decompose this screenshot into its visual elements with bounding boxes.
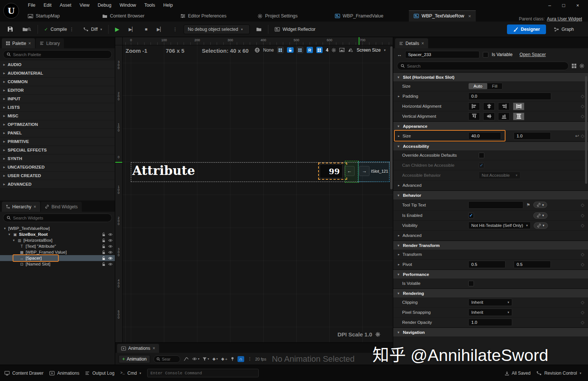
menu-tools[interactable]: Tools xyxy=(140,1,159,9)
palette-category-user-created[interactable]: ▸USER CREATED xyxy=(0,172,115,180)
palette-category-uncategorized[interactable]: ▸UNCATEGORIZED xyxy=(0,163,115,172)
tree-item-spacer[interactable]: ↔ [Spacer] xyxy=(0,255,115,261)
section-behavior[interactable]: ▾ Behavior xyxy=(393,190,588,199)
curve-editor-icon[interactable] xyxy=(184,357,189,361)
debug-browse-button[interactable] xyxy=(253,25,265,34)
lock-preview-button[interactable] xyxy=(287,47,294,53)
graph-mode-button[interactable]: Graph xyxy=(549,25,578,34)
flip-icon[interactable] xyxy=(348,48,353,52)
image-icon[interactable] xyxy=(339,48,345,52)
tree-item-wbp-framed-value[interactable]: ▩ [WBP_Framed Value] xyxy=(0,249,115,255)
tree-item-wbp-textvaluerow[interactable]: ▾ [WBP_TextValueRow] xyxy=(0,225,115,231)
expand-icon[interactable]: ▸ xyxy=(397,253,401,256)
expand-icon[interactable]: ▸ xyxy=(3,131,5,135)
reset-to-default-icon[interactable]: ◇ xyxy=(581,94,584,99)
tab-startupmap[interactable]: StartupMap xyxy=(23,10,65,22)
grid-toggle-icon[interactable] xyxy=(297,47,303,53)
render-opacity-input[interactable] xyxy=(468,319,512,326)
details-search-input[interactable] xyxy=(407,64,565,68)
canvas-scrollbar[interactable] xyxy=(390,46,392,189)
palette-category-audiomaterial[interactable]: ▸AUDIOMATERIAL xyxy=(0,69,115,78)
design-canvas[interactable]: Zoom -1 706 x 5 Selection: 40 x 60 None … xyxy=(123,45,393,342)
add-animation-button[interactable]: + Animation xyxy=(119,355,150,363)
reset-to-default-icon[interactable]: ◇ xyxy=(581,310,584,315)
console-command-field[interactable] xyxy=(147,369,259,377)
diff-button[interactable]: Diff ▾ xyxy=(80,25,105,34)
expand-icon[interactable]: ▸ xyxy=(397,263,401,266)
snap-grid-icon[interactable] xyxy=(316,47,323,53)
palette-category-editor[interactable]: ▸EDITOR xyxy=(0,86,115,95)
settings-gear-icon[interactable] xyxy=(579,64,584,68)
palette-category-synth[interactable]: ▸SYNTH xyxy=(0,154,115,163)
palette-category-common[interactable]: ▸COMMON xyxy=(0,78,115,86)
animation-search-input[interactable] xyxy=(162,357,176,361)
row-behavior-advanced[interactable]: ▸Advanced xyxy=(393,231,588,241)
size-x-input[interactable] xyxy=(468,132,501,140)
sequencer-options-icon[interactable]: ⋮ xyxy=(248,356,252,361)
preview-toggle-icon[interactable] xyxy=(277,47,284,53)
is-enabled-checkbox[interactable] xyxy=(468,213,474,218)
collapse-icon[interactable]: ▾ xyxy=(397,273,400,276)
collapse-icon[interactable]: ▾ xyxy=(397,330,400,334)
all-saved-button[interactable]: All Saved xyxy=(505,371,531,376)
halign-left-button[interactable] xyxy=(468,102,480,110)
pivot-x-input[interactable] xyxy=(468,261,505,268)
tab-palette[interactable]: Palette × xyxy=(2,38,35,48)
expand-icon[interactable]: ▸ xyxy=(3,88,5,92)
reset-to-default-icon[interactable]: ◇ xyxy=(581,252,584,257)
compile-button[interactable]: ✓ Compile ⋮ xyxy=(41,25,77,34)
parent-class-link[interactable]: Aura User Widget xyxy=(547,16,582,22)
collapse-icon[interactable]: ▾ xyxy=(397,244,400,247)
animations-close-icon[interactable]: × xyxy=(152,346,155,351)
playhead-marker[interactable] xyxy=(359,37,359,45)
spacer-selection-outline[interactable] xyxy=(345,161,359,183)
halign-fill-button[interactable] xyxy=(513,102,524,110)
tab-project-settings[interactable]: Project Settings xyxy=(253,10,303,22)
visibility-bind-button[interactable]: ▾ xyxy=(534,222,548,229)
reset-to-default-icon[interactable]: ◇ xyxy=(581,320,584,325)
expand-icon[interactable]: ▸ xyxy=(3,157,5,160)
reset-to-default-icon[interactable]: ◇ xyxy=(581,133,584,139)
section-performance[interactable]: ▾ Performance xyxy=(393,270,588,279)
valign-fill-button[interactable] xyxy=(513,113,524,120)
palette-category-primitive[interactable]: ▸PRIMITIVE xyxy=(0,137,115,146)
menu-edit[interactable]: Edit xyxy=(39,1,56,9)
expand-icon[interactable]: ▸ xyxy=(3,140,5,143)
debug-object-dropdown[interactable]: No debug object selected ▾ xyxy=(184,25,250,34)
hierarchy-close-icon[interactable]: × xyxy=(33,204,36,209)
rotation-icon[interactable] xyxy=(332,48,336,52)
children-accessible-checkbox[interactable] xyxy=(479,163,484,168)
tooltip-bind-button[interactable]: ▾ xyxy=(533,202,547,208)
animation-search[interactable] xyxy=(154,355,180,363)
cmd-dropdown[interactable]: >_ Cmd ▾ xyxy=(120,371,141,376)
unreal-logo[interactable]: U xyxy=(3,3,19,19)
menu-view[interactable]: View xyxy=(75,1,94,9)
padding-input[interactable] xyxy=(468,92,551,100)
section-accessibility[interactable]: ▾ Accessibility xyxy=(393,141,588,150)
tab-editor-preferences[interactable]: Editor Preferences xyxy=(175,10,232,22)
section-render-transform[interactable]: ▾ Render Transform xyxy=(393,241,588,250)
expand-icon[interactable]: ▸ xyxy=(3,63,5,66)
palette-category-advanced[interactable]: ▸ADVANCED xyxy=(0,180,115,189)
palette-category-misc[interactable]: ▸MISC xyxy=(0,112,115,120)
widget-name-input[interactable] xyxy=(405,51,479,58)
localization-flag-icon[interactable]: ⚑ xyxy=(526,202,530,208)
tab-details[interactable]: Details × xyxy=(395,38,428,48)
advance-button[interactable]: ▶▏ xyxy=(154,25,167,34)
menu-debug[interactable]: Debug xyxy=(94,1,116,9)
maximize-button[interactable]: □ xyxy=(562,3,565,8)
play-options-icon[interactable]: ⋮ xyxy=(170,25,180,34)
respect-locks-badge[interactable]: R xyxy=(307,47,313,53)
reset-to-default-icon[interactable]: ◇ xyxy=(581,104,584,109)
compile-options-icon[interactable]: ⋮ xyxy=(70,27,74,32)
pixel-snapping-dropdown[interactable]: Inherit ▾ xyxy=(468,309,512,316)
details-scrollbar[interactable] xyxy=(585,76,587,184)
attribute-text-widget[interactable]: Attribute xyxy=(132,163,195,178)
marker-icon[interactable] xyxy=(231,357,234,361)
reset-to-default-icon[interactable]: ◇ xyxy=(581,223,584,228)
valign-top-button[interactable] xyxy=(468,113,480,120)
palette-close-icon[interactable]: × xyxy=(28,41,31,46)
section-rendering[interactable]: ▾ Rendering xyxy=(393,289,588,297)
size-auto-option[interactable]: Auto xyxy=(469,83,487,89)
tab-close-icon[interactable]: × xyxy=(468,13,471,19)
